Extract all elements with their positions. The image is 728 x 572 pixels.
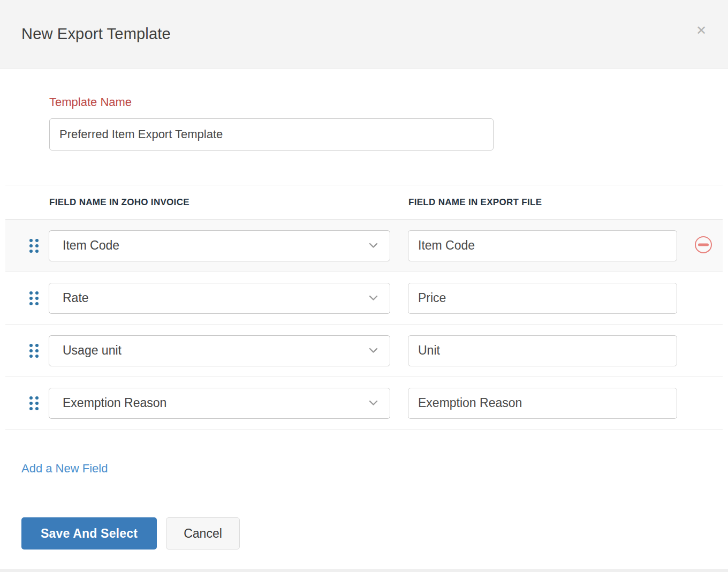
save-and-select-button[interactable]: Save And Select (21, 517, 157, 550)
template-name-input[interactable] (49, 118, 494, 150)
chevron-down-icon (369, 295, 378, 301)
field-mapping-row: Usage unit (5, 325, 723, 377)
zoho-field-selected-value: Exemption Reason (63, 396, 166, 410)
field-mapping-table: FIELD NAME IN ZOHO INVOICE FIELD NAME IN… (5, 185, 723, 430)
export-field-input[interactable] (408, 283, 677, 314)
button-bar: Save And Select Cancel (21, 517, 240, 550)
chevron-down-icon (369, 400, 378, 406)
export-field-input[interactable] (408, 388, 677, 419)
zoho-field-selected-value: Item Code (63, 238, 119, 253)
zoho-field-selected-value: Usage unit (63, 343, 122, 358)
zoho-field-select[interactable]: Usage unit (49, 335, 390, 366)
zoho-field-selected-value: Rate (63, 291, 89, 305)
drag-handle-icon[interactable] (29, 239, 39, 253)
drag-handle-icon[interactable] (29, 291, 39, 305)
zoho-field-select[interactable]: Exemption Reason (49, 388, 390, 419)
minus-circle-icon (694, 235, 712, 253)
template-name-label: Template Name (49, 95, 728, 109)
drag-handle-icon[interactable] (29, 396, 39, 410)
column-header-export-field: FIELD NAME IN EXPORT FILE (408, 197, 542, 208)
modal-header: New Export Template ✕ (0, 0, 728, 69)
template-name-section: Template Name (0, 69, 728, 150)
add-new-field-link[interactable]: Add a New Field (21, 462, 108, 476)
remove-row-button[interactable] (694, 235, 712, 253)
close-icon[interactable]: ✕ (693, 22, 710, 40)
chevron-down-icon (369, 243, 378, 249)
export-field-input[interactable] (408, 230, 677, 261)
drag-handle-icon[interactable] (29, 344, 39, 358)
zoho-field-select[interactable]: Item Code (49, 230, 390, 261)
column-header-zoho-field: FIELD NAME IN ZOHO INVOICE (49, 197, 189, 208)
cancel-button[interactable]: Cancel (166, 517, 240, 550)
table-header-row: FIELD NAME IN ZOHO INVOICE FIELD NAME IN… (5, 185, 723, 220)
export-field-input[interactable] (408, 335, 677, 366)
field-mapping-row: Rate (5, 272, 723, 325)
chevron-down-icon (369, 348, 378, 353)
field-mapping-row: Item Code (5, 220, 723, 272)
modal-title: New Export Template (21, 25, 171, 43)
zoho-field-select[interactable]: Rate (49, 283, 390, 314)
modal-bottom-edge (0, 569, 728, 572)
field-mapping-row: Exemption Reason (5, 377, 723, 430)
